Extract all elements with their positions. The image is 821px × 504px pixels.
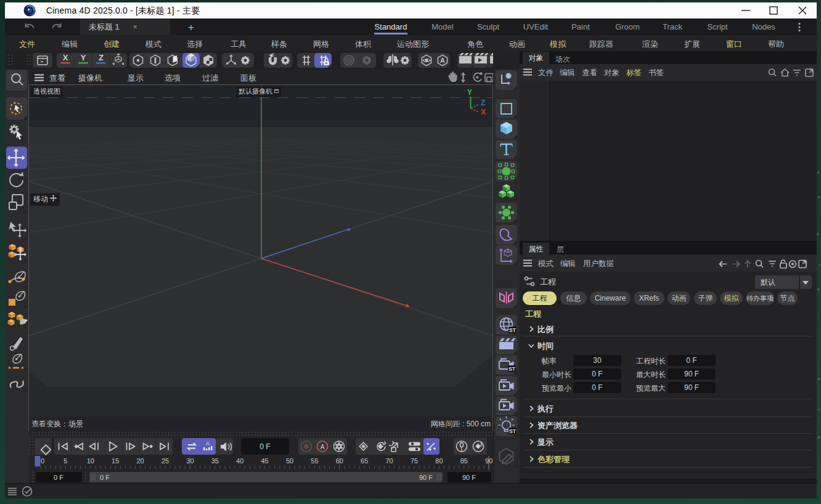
svg-text:Y: Y xyxy=(81,53,86,62)
svg-text:Z: Z xyxy=(481,99,485,107)
svg-text:Z: Z xyxy=(99,53,104,62)
svg-text:0 F: 0 F xyxy=(100,474,110,481)
svg-text:Y: Y xyxy=(467,88,472,97)
svg-text:80: 80 xyxy=(435,457,443,465)
svg-text:50: 50 xyxy=(286,457,293,465)
svg-text:ST: ST xyxy=(509,428,517,434)
svg-text:0: 0 xyxy=(41,457,44,465)
svg-text:0 F: 0 F xyxy=(259,442,270,451)
svg-text:5: 5 xyxy=(63,457,67,465)
svg-text:30: 30 xyxy=(186,457,194,465)
svg-text:10: 10 xyxy=(87,457,94,465)
svg-text:15: 15 xyxy=(112,457,119,465)
svg-text:90 F: 90 F xyxy=(419,474,433,481)
svg-text:75: 75 xyxy=(410,457,418,465)
svg-text:X: X xyxy=(63,53,68,62)
svg-text:55: 55 xyxy=(311,457,318,465)
svg-text:X: X xyxy=(481,108,486,116)
svg-text:A: A xyxy=(206,441,210,447)
svg-text:40: 40 xyxy=(236,457,243,465)
svg-text:85: 85 xyxy=(460,457,468,465)
svg-text:45: 45 xyxy=(261,457,268,465)
svg-text:20: 20 xyxy=(136,457,144,465)
svg-text:A: A xyxy=(321,444,325,450)
svg-text:60: 60 xyxy=(336,457,343,465)
svg-text:70: 70 xyxy=(385,457,393,465)
svg-text:90 F: 90 F xyxy=(462,474,476,481)
svg-text:ST: ST xyxy=(509,366,516,372)
svg-text:25: 25 xyxy=(161,457,169,465)
svg-text:90: 90 xyxy=(485,457,492,465)
svg-text:ST: ST xyxy=(509,327,517,333)
svg-text:0 F: 0 F xyxy=(54,474,63,481)
svg-text:A: A xyxy=(440,57,445,64)
svg-text:35: 35 xyxy=(211,457,219,465)
svg-text:65: 65 xyxy=(361,457,368,465)
